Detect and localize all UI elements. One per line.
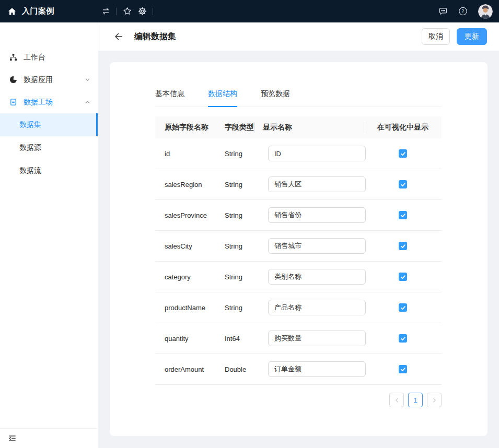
table-row: productNameString xyxy=(155,292,442,323)
column-header-type: 字段类型 xyxy=(225,116,255,138)
sidebar-subitem-label: 数据集 xyxy=(19,120,41,129)
help-icon[interactable]: ? xyxy=(458,7,468,16)
display-name-input[interactable] xyxy=(268,146,366,161)
visible-checkbox[interactable] xyxy=(399,211,407,219)
display-name-input[interactable] xyxy=(268,361,366,377)
table-row: orderAmountDouble xyxy=(155,354,442,385)
chevron-down-icon xyxy=(85,77,90,82)
visible-checkbox[interactable] xyxy=(399,180,407,188)
sidebar-item-workbench[interactable]: 工作台 xyxy=(0,46,98,68)
fields-table: 原始字段名称 字段类型 显示名称 在可视化中显示 idStringsalesRe… xyxy=(155,116,442,385)
column-header-visible: 在可视化中显示 xyxy=(364,116,442,138)
topbar: 入门案例 ? xyxy=(0,0,499,22)
next-page-button[interactable] xyxy=(427,393,442,407)
visible-checkbox[interactable] xyxy=(399,334,407,343)
field-type: Int64 xyxy=(225,335,255,343)
menu-fold-icon[interactable] xyxy=(8,434,17,443)
home-icon xyxy=(8,7,16,16)
field-type: String xyxy=(225,181,255,188)
svg-text:?: ? xyxy=(462,9,465,14)
table-row: quantityInt64 xyxy=(155,323,442,354)
pie-icon xyxy=(9,76,17,84)
field-name: salesCity xyxy=(155,242,225,250)
field-name: orderAmount xyxy=(155,366,225,373)
avatar[interactable] xyxy=(478,4,493,19)
page-title: 编辑数据集 xyxy=(134,31,176,42)
sidebar-item-data-factory[interactable]: 数据工场 xyxy=(0,91,98,113)
topbar-home[interactable]: 入门案例 xyxy=(0,6,54,16)
sidebar-subitem-label: 数据流 xyxy=(19,166,41,175)
main-area: 编辑数据集 取消 更新 基本信息 数据结构 预览数据 原始字段名称 字段类型 显… xyxy=(98,22,499,448)
cluster-icon xyxy=(9,53,17,61)
field-name: category xyxy=(155,273,225,281)
cancel-button[interactable]: 取消 xyxy=(422,28,450,45)
tab-basic-info[interactable]: 基本信息 xyxy=(155,89,184,107)
swap-icon[interactable] xyxy=(101,7,110,16)
prev-page-button[interactable] xyxy=(389,393,404,407)
app-title: 入门案例 xyxy=(22,6,54,16)
field-name: salesRegion xyxy=(155,181,225,188)
field-type: String xyxy=(225,273,255,281)
back-arrow-icon[interactable] xyxy=(114,32,123,41)
chat-icon[interactable] xyxy=(438,7,448,16)
visible-checkbox[interactable] xyxy=(399,242,407,250)
content: 基本信息 数据结构 预览数据 原始字段名称 字段类型 显示名称 在可视化中显示 … xyxy=(98,51,499,448)
table-body: idStringsalesRegionStringsalesProvinceSt… xyxy=(155,138,442,385)
field-name: quantity xyxy=(155,335,225,343)
page-number-button[interactable]: 1 xyxy=(408,393,423,407)
sidebar-item-datasources[interactable]: 数据源 xyxy=(0,136,98,159)
gear-icon[interactable] xyxy=(137,7,147,16)
update-button[interactable]: 更新 xyxy=(457,28,487,45)
sidebar-item-label: 数据工场 xyxy=(24,98,53,107)
topbar-divider xyxy=(116,8,117,15)
display-name-input[interactable] xyxy=(268,207,366,223)
sidebar-item-label: 数据应用 xyxy=(24,75,53,85)
field-name: productName xyxy=(155,304,225,312)
sidebar-item-datasets[interactable]: 数据集 xyxy=(0,113,98,136)
topbar-right: ? xyxy=(438,0,493,22)
sidebar-footer xyxy=(0,428,98,448)
sidebar-item-dataflows[interactable]: 数据流 xyxy=(0,159,98,182)
field-type: String xyxy=(225,211,255,219)
sidebar-item-data-apps[interactable]: 数据应用 xyxy=(0,68,98,91)
display-name-input[interactable] xyxy=(268,176,366,192)
tab-preview-data[interactable]: 预览数据 xyxy=(261,89,290,107)
table-header: 原始字段名称 字段类型 显示名称 在可视化中显示 xyxy=(155,116,442,138)
visible-checkbox[interactable] xyxy=(399,365,407,373)
dataset-card: 基本信息 数据结构 预览数据 原始字段名称 字段类型 显示名称 在可视化中显示 … xyxy=(110,62,488,436)
table-row: salesProvinceString xyxy=(155,200,442,231)
table-row: salesRegionString xyxy=(155,169,442,200)
tabs: 基本信息 数据结构 预览数据 xyxy=(155,89,442,107)
page-header: 编辑数据集 取消 更新 xyxy=(98,22,499,51)
display-name-input[interactable] xyxy=(268,269,366,285)
display-name-input[interactable] xyxy=(268,238,366,254)
field-type: Double xyxy=(225,366,255,373)
sidebar-subitem-label: 数据源 xyxy=(19,143,41,152)
tab-data-structure[interactable]: 数据结构 xyxy=(208,89,237,107)
pagination: 1 xyxy=(155,393,442,407)
visible-checkbox[interactable] xyxy=(399,303,407,312)
field-name: id xyxy=(155,150,225,158)
visible-checkbox[interactable] xyxy=(399,273,407,281)
table-row: categoryString xyxy=(155,262,442,292)
topbar-tools xyxy=(101,0,153,22)
topbar-divider xyxy=(153,8,153,15)
field-type: String xyxy=(225,304,255,312)
display-name-input[interactable] xyxy=(268,331,366,346)
table-row: salesCityString xyxy=(155,231,442,262)
profile-icon xyxy=(9,98,17,106)
visible-checkbox[interactable] xyxy=(399,149,407,158)
field-name: salesProvince xyxy=(155,211,225,219)
header-actions: 取消 更新 xyxy=(422,28,487,45)
star-icon[interactable] xyxy=(122,7,132,16)
field-type: String xyxy=(225,242,255,250)
display-name-input[interactable] xyxy=(268,300,366,315)
table-row: idString xyxy=(155,138,442,169)
column-header-display: 显示名称 xyxy=(255,116,364,138)
chevron-up-icon xyxy=(85,99,90,105)
column-header-field: 原始字段名称 xyxy=(155,116,225,138)
sidebar: 工作台 数据应用 数据工场 数据集 数据源 数据流 xyxy=(0,22,98,448)
sidebar-item-label: 工作台 xyxy=(24,53,45,62)
field-type: String xyxy=(225,150,255,158)
